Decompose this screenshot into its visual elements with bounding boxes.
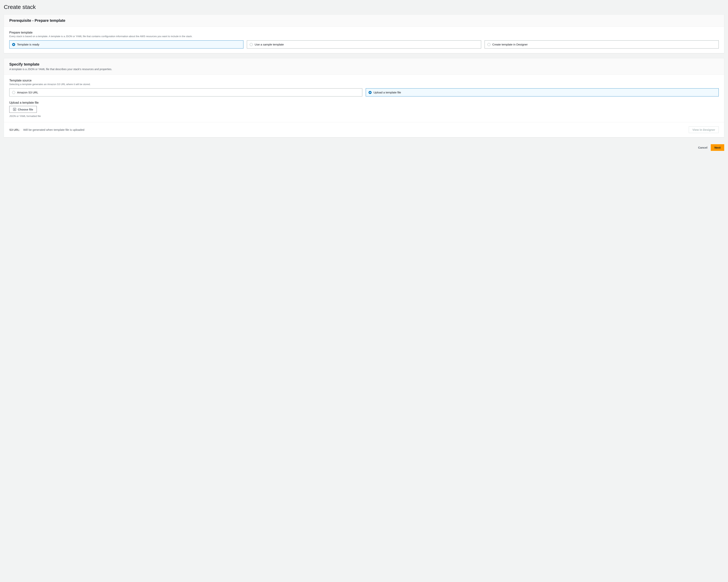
prerequisite-panel: Prerequisite - Prepare template Prepare … [4, 15, 724, 53]
s3-url-row: S3 URL: Will be generated when template … [4, 122, 724, 137]
radio-label: Template is ready [17, 43, 40, 46]
template-source-label: Template source [9, 79, 719, 82]
specify-header: Specify template A template is a JSON or… [4, 58, 724, 75]
template-source-desc: Selecting a template generates an Amazon… [9, 83, 719, 86]
s3-url-label: S3 URL: [9, 128, 20, 131]
prerequisite-header: Prerequisite - Prepare template [4, 15, 724, 27]
radio-template-ready[interactable]: Template is ready [9, 41, 243, 49]
radio-use-sample[interactable]: Use a sample template [247, 41, 481, 49]
upload-icon [13, 108, 16, 111]
upload-file-hint: JSON or YAML formatted file [9, 115, 719, 117]
radio-icon [12, 91, 15, 94]
radio-icon [488, 43, 490, 46]
radio-create-designer[interactable]: Create template in Designer [485, 41, 719, 49]
upload-file-label: Upload a template file [9, 101, 719, 104]
radio-label: Use a sample template [255, 43, 284, 46]
radio-label: Amazon S3 URL [17, 91, 38, 94]
specify-template-panel: Specify template A template is a JSON or… [4, 58, 724, 137]
choose-file-button[interactable]: Choose file [9, 106, 37, 113]
specify-heading: Specify template [9, 62, 719, 67]
radio-icon [250, 43, 253, 46]
radio-amazon-s3-url[interactable]: Amazon S3 URL [9, 88, 362, 97]
cancel-button[interactable]: Cancel [698, 144, 707, 151]
page-title: Create stack [4, 4, 724, 10]
prepare-template-desc: Every stack is based on a template. A te… [9, 35, 719, 38]
view-in-designer-button[interactable]: View in Designer [689, 126, 719, 133]
prepare-template-label: Prepare template [9, 31, 719, 34]
next-button[interactable]: Next [711, 144, 724, 151]
radio-icon [368, 91, 371, 94]
choose-file-label: Choose file [18, 108, 33, 111]
page-actions: Cancel Next [4, 142, 724, 151]
prerequisite-heading: Prerequisite - Prepare template [9, 18, 719, 23]
specify-subtext: A template is a JSON or YAML file that d… [9, 68, 719, 71]
s3-url-value: Will be generated when template file is … [23, 128, 84, 131]
radio-icon [12, 43, 15, 46]
radio-label: Create template in Designer [492, 43, 528, 46]
radio-upload-template-file[interactable]: Upload a template file [366, 88, 719, 97]
radio-label: Upload a template file [373, 91, 401, 94]
